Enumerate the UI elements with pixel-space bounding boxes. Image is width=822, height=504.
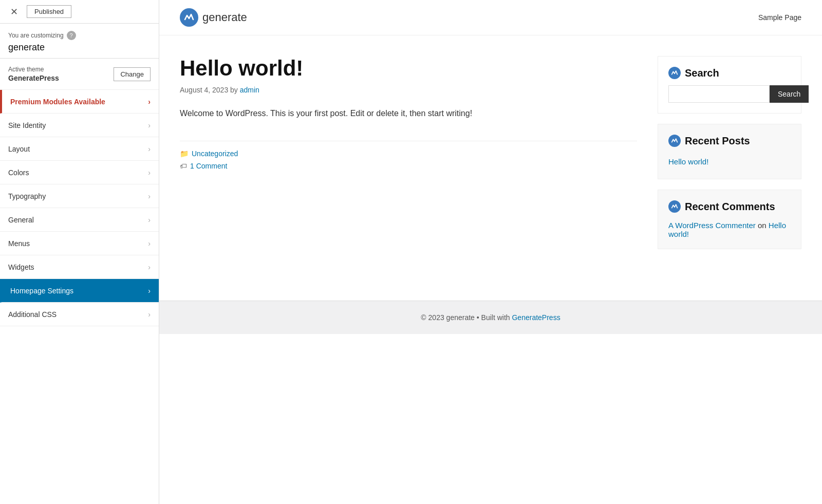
chevron-right-icon: › — [148, 98, 151, 106]
close-button[interactable]: ✕ — [6, 4, 22, 20]
post-footer: 📁 Uncategorized 🏷 1 Comment — [180, 141, 637, 170]
search-submit-button[interactable]: Search — [770, 85, 809, 103]
post-article: Hello world! August 4, 2023 by admin Wel… — [180, 56, 637, 170]
sidebar-item-label: Premium Modules Available — [10, 98, 105, 106]
customizer-info: You are customizing ? generate — [0, 24, 159, 59]
customizer-panel: ✕ Published You are customizing ? genera… — [0, 0, 159, 504]
search-widget-icon — [668, 67, 681, 79]
customizer-header: ✕ Published — [0, 0, 159, 24]
recent-posts-list: Hello world! — [668, 155, 791, 169]
sidebar: Search Search Recent Posts — [658, 56, 801, 259]
footer-copyright: © 2023 generate • Built with — [421, 313, 510, 322]
published-button[interactable]: Published — [27, 5, 71, 18]
sidebar-item-layout[interactable]: Layout › — [0, 137, 159, 161]
post-title: Hello world! — [180, 56, 637, 81]
chevron-right-icon: › — [148, 216, 151, 224]
post-by: by — [230, 86, 240, 94]
recent-post-link[interactable]: Hello world! — [668, 157, 708, 166]
search-input[interactable] — [668, 85, 770, 103]
sidebar-item-typography[interactable]: Typography › — [0, 184, 159, 208]
post-meta: August 4, 2023 by admin — [180, 86, 637, 94]
help-icon[interactable]: ? — [67, 31, 76, 40]
customizing-label: You are customizing ? — [8, 31, 151, 40]
tag-icon: 🏷 — [180, 162, 187, 170]
post-categories: 📁 Uncategorized — [180, 150, 637, 158]
search-widget: Search Search — [658, 56, 801, 114]
sidebar-item-label: Widgets — [8, 263, 34, 271]
recent-comments-icon — [668, 200, 681, 213]
nav-sample-page[interactable]: Sample Page — [758, 13, 801, 22]
wp-site: generate Sample Page Hello world! August… — [159, 0, 822, 504]
sidebar-item-label: Layout — [8, 145, 30, 153]
sidebar-item-label: Homepage Settings — [10, 287, 73, 295]
sidebar-item-menus[interactable]: Menus › — [0, 232, 159, 255]
post-tags: 🏷 1 Comment — [180, 162, 637, 170]
sidebar-item-label: Menus — [8, 239, 30, 248]
chevron-right-icon: › — [148, 145, 151, 153]
sidebar-item-colors[interactable]: Colors › — [0, 161, 159, 184]
recent-comments-header: Recent Comments — [668, 200, 791, 213]
sidebar-item-label: Site Identity — [8, 121, 46, 129]
menu-items-list: Premium Modules Available › Site Identit… — [0, 90, 159, 504]
recent-posts-icon — [668, 135, 681, 147]
site-logo-wrap: generate — [180, 8, 247, 27]
site-nav: Sample Page — [758, 13, 801, 22]
sidebar-item-homepage-settings[interactable]: Homepage Settings › — [0, 279, 159, 303]
customizer-site-name: generate — [8, 42, 151, 53]
chevron-right-icon: › — [148, 169, 151, 177]
category-icon: 📁 — [180, 150, 189, 158]
post-author-link[interactable]: admin — [240, 86, 259, 94]
search-widget-title: Search — [668, 67, 791, 79]
preview-area: generate Sample Page Hello world! August… — [159, 0, 822, 504]
recent-comments-title: Recent Comments — [685, 201, 775, 213]
sidebar-item-site-identity[interactable]: Site Identity › — [0, 114, 159, 137]
site-footer: © 2023 generate • Built with GeneratePre… — [159, 301, 822, 334]
sidebar-item-additional-css[interactable]: Additional CSS › — [0, 303, 159, 326]
chevron-right-icon: › — [148, 239, 151, 248]
comment-entry: A WordPress Commenter on Hello world! — [668, 221, 791, 238]
chevron-right-icon: › — [148, 121, 151, 129]
search-form: Search — [668, 85, 791, 103]
recent-posts-title: Recent Posts — [685, 135, 750, 147]
sidebar-item-label: Typography — [8, 192, 46, 200]
commenter-link[interactable]: A WordPress Commenter — [668, 221, 756, 230]
post-category-link[interactable]: Uncategorized — [192, 150, 238, 158]
chevron-right-icon: › — [148, 263, 151, 271]
chevron-right-icon: › — [148, 192, 151, 200]
recent-comments-widget: Recent Comments A WordPress Commenter on… — [658, 190, 801, 249]
sidebar-item-label: Colors — [8, 169, 29, 177]
footer-link[interactable]: GeneratePress — [512, 313, 560, 322]
main-content: Hello world! August 4, 2023 by admin Wel… — [180, 56, 637, 259]
comment-on-text: on — [758, 221, 769, 230]
theme-section: Active theme GeneratePress Change — [0, 59, 159, 90]
sidebar-item-premium[interactable]: Premium Modules Available › — [0, 90, 159, 114]
site-header: generate Sample Page — [159, 0, 822, 35]
chevron-right-icon: › — [148, 287, 151, 295]
recent-posts-header: Recent Posts — [668, 135, 791, 147]
chevron-right-icon: › — [148, 310, 151, 319]
post-date: August 4, 2023 — [180, 86, 228, 94]
theme-info: Active theme GeneratePress — [8, 66, 59, 82]
site-title-link[interactable]: generate — [202, 11, 247, 24]
recent-posts-widget: Recent Posts Hello world! — [658, 124, 801, 179]
theme-name: GeneratePress — [8, 74, 59, 82]
sidebar-item-label: Additional CSS — [8, 310, 57, 319]
site-content: Hello world! August 4, 2023 by admin Wel… — [159, 35, 822, 280]
post-comment-link[interactable]: 1 Comment — [190, 162, 227, 170]
sidebar-item-widgets[interactable]: Widgets › — [0, 255, 159, 279]
sidebar-item-general[interactable]: General › — [0, 208, 159, 232]
sidebar-item-label: General — [8, 216, 34, 224]
post-content: Welcome to WordPress. This is your first… — [180, 106, 637, 120]
active-theme-label: Active theme — [8, 66, 59, 73]
generate-logo-icon — [180, 8, 198, 27]
list-item: Hello world! — [668, 155, 791, 169]
change-theme-button[interactable]: Change — [114, 67, 151, 81]
